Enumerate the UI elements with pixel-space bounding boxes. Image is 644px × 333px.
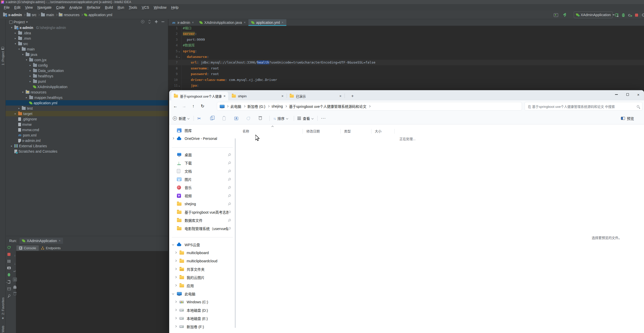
chevron-right-icon[interactable] xyxy=(175,268,177,270)
coverage-button[interactable]: C xyxy=(628,12,632,18)
tree-arrow-icon[interactable]: ▸ xyxy=(29,69,32,72)
menu-help[interactable]: Help xyxy=(169,5,181,9)
down-stack-trace-icon[interactable]: ↓ xyxy=(13,262,17,266)
tool-window-project[interactable]: 1: Project xyxy=(0,40,6,65)
build-hammer-icon[interactable] xyxy=(563,12,567,18)
code-line-2[interactable]: 2server: xyxy=(168,31,644,37)
new-button[interactable]: + 新建 xyxy=(173,114,189,122)
code-line-1[interactable]: 1#端口 xyxy=(168,25,644,31)
preview-toggle-button[interactable]: 预览 xyxy=(621,114,634,122)
sidebar-item-新加卷-f[interactable]: 新加卷 (F:) xyxy=(169,322,234,331)
explorer-tab-shipin[interactable]: shipin× xyxy=(229,92,286,100)
chevron-right-icon[interactable] xyxy=(172,137,174,139)
sidebar-item-本地磁盘-e[interactable]: 本地磁盘 (E:) xyxy=(169,314,234,322)
up-button[interactable]: ↑ xyxy=(190,103,197,110)
close-icon[interactable]: × xyxy=(59,239,61,243)
sidebar-item-multiclipboard[interactable]: multiclipboard xyxy=(169,249,234,257)
close-icon[interactable]: × xyxy=(244,21,246,24)
tree-item-config[interactable]: ▸config xyxy=(6,63,168,68)
chevron-right-icon[interactable] xyxy=(175,276,177,278)
scroll-to-end-icon[interactable]: ↓ xyxy=(13,277,17,282)
tree-item-application-yml[interactable]: application.yml xyxy=(6,100,168,106)
tree-arrow-icon[interactable]: ▸ xyxy=(29,64,32,67)
sort-button[interactable]: ↑↓ 排序 xyxy=(273,114,288,122)
print-icon[interactable] xyxy=(13,286,16,289)
copy-button[interactable] xyxy=(210,114,213,122)
soft-wrap-icon[interactable]: ↵ xyxy=(13,269,17,274)
stop-button[interactable] xyxy=(635,12,638,18)
tree-item-puml[interactable]: ▸puml xyxy=(6,79,168,84)
sidebar-item-shejing[interactable]: shejing xyxy=(169,200,234,208)
code-line-7[interactable]: 7 url: jdbc:mysql://localhost:3306/healt… xyxy=(168,60,644,65)
collapse-all-icon[interactable] xyxy=(148,20,151,23)
tree-arrow-icon[interactable]: ▸ xyxy=(29,80,32,83)
clear-all-icon[interactable] xyxy=(14,293,16,295)
menu-run[interactable]: Run xyxy=(115,5,126,9)
code-line-8[interactable]: 8 username: root xyxy=(168,66,644,71)
tree-item-external-libraries[interactable]: ▸External Libraries xyxy=(6,143,168,149)
tree-item-mvn[interactable]: ▸.mvn xyxy=(6,36,168,41)
tree-item-healthsys[interactable]: ▸healthsys xyxy=(6,73,168,79)
column-header-类型[interactable]: 类型 xyxy=(344,129,351,133)
menu-refactor[interactable]: Refactor xyxy=(84,5,103,9)
locate-file-icon[interactable] xyxy=(141,20,144,23)
tree-item-mapper-healthsys[interactable]: ▸mapper.healthsys xyxy=(6,95,168,100)
view-button[interactable]: 查看 xyxy=(297,114,313,122)
close-icon[interactable]: × xyxy=(282,21,284,24)
menu-vcs[interactable]: VCS xyxy=(139,5,152,9)
tree-item-target[interactable]: ▸target xyxy=(6,111,168,116)
column-header-大小[interactable]: 大小 xyxy=(375,129,381,133)
thread-dump-icon[interactable] xyxy=(7,267,11,269)
tree-arrow-icon[interactable]: ▸ xyxy=(25,96,28,99)
rerun-icon[interactable] xyxy=(7,246,11,249)
gear-icon[interactable] xyxy=(155,21,157,23)
exit-icon[interactable] xyxy=(8,280,10,284)
delete-button[interactable] xyxy=(259,114,262,122)
breadcrumb-resources[interactable]: resources xyxy=(59,13,79,17)
run-configuration-select[interactable]: XAdminApplication xyxy=(574,12,613,18)
sidebar-item-onedrive-personal[interactable]: OneDrive - Personal xyxy=(169,134,234,143)
menu-tools[interactable]: Tools xyxy=(126,5,139,9)
close-icon[interactable]: × xyxy=(339,94,341,98)
close-icon[interactable]: × xyxy=(224,94,226,98)
code-line-4[interactable]: 4#数据库 xyxy=(168,43,644,48)
breadcrumb-x-admin[interactable]: x-admin xyxy=(3,13,22,17)
tree-item-x-admin[interactable]: ▾x-adminG:\shejing\x-admin xyxy=(6,25,168,30)
explorer-tab-基于springboot-uve个人健康管[interactable]: 基于springboot uve个人健康管× xyxy=(171,92,228,100)
address-crumb-此电脑[interactable]: 此电脑 xyxy=(230,104,241,109)
sidebar-item-电影院管理系统-uservue缺[interactable]: 电影院管理系统（uservue缺） xyxy=(169,224,234,233)
sidebar-item-我的云图片[interactable]: 我的云图片 xyxy=(169,273,234,282)
menu-navigate[interactable]: Navigate xyxy=(35,5,54,9)
code-line-6[interactable]: 6⌄ datasource: xyxy=(168,54,644,60)
menu-file[interactable]: File xyxy=(2,5,12,9)
tree-item-resources[interactable]: ▾resources xyxy=(6,89,168,95)
tree-item-gitignore[interactable]: .gitignore xyxy=(6,116,168,122)
tree-arrow-icon[interactable]: ▸ xyxy=(10,144,13,147)
sidebar-item-windows-c[interactable]: Windows (C:) xyxy=(169,298,234,306)
code-line-5[interactable]: 5⌄spring: xyxy=(168,48,644,54)
rename-button[interactable]: A xyxy=(234,114,238,122)
tree-arrow-icon[interactable]: ▾ xyxy=(10,26,13,29)
menu-view[interactable]: View xyxy=(23,5,35,9)
tree-item-mvnw[interactable]: mvnw xyxy=(6,122,168,127)
sidebar-item-wps云盘[interactable]: WPS云盘 xyxy=(169,241,234,249)
tree-item-com-jyx[interactable]: ▾com.jyx xyxy=(6,57,168,63)
column-header-名称[interactable]: 名称 xyxy=(243,129,249,133)
maximize-button[interactable] xyxy=(622,90,633,99)
tab-console[interactable]: Console xyxy=(16,245,39,251)
tree-arrow-icon[interactable]: ▾ xyxy=(14,42,17,45)
tree-item-pom-xml[interactable]: mpom.xml xyxy=(6,132,168,138)
code-line-11[interactable]: 11⌄ jpa: xyxy=(168,83,644,88)
sidebar-item-共享文件夹[interactable]: 共享文件夹 xyxy=(169,265,234,273)
tree-arrow-icon[interactable]: ▸ xyxy=(29,75,32,77)
paste-button[interactable] xyxy=(223,114,226,122)
attach-debugger-icon[interactable] xyxy=(8,273,10,276)
tree-arrow-icon[interactable]: ▸ xyxy=(14,112,17,115)
fold-icon[interactable]: ⌄ xyxy=(178,48,180,54)
up-stack-trace-icon[interactable]: ↑ xyxy=(13,254,17,258)
breadcrumb-src[interactable]: src xyxy=(27,13,37,17)
address-bar[interactable]: 此电脑新加卷 (G:)shejing基于springboot uve个人健康管理… xyxy=(217,102,522,111)
menu-build[interactable]: Build xyxy=(103,5,115,9)
tree-item-xadminapplication[interactable]: XAdminApplication xyxy=(6,84,168,89)
address-crumb-基于springboot-uve个人健康管理系统源码和论文[interactable]: 基于springboot uve个人健康管理系统源码和论文 xyxy=(289,104,366,109)
